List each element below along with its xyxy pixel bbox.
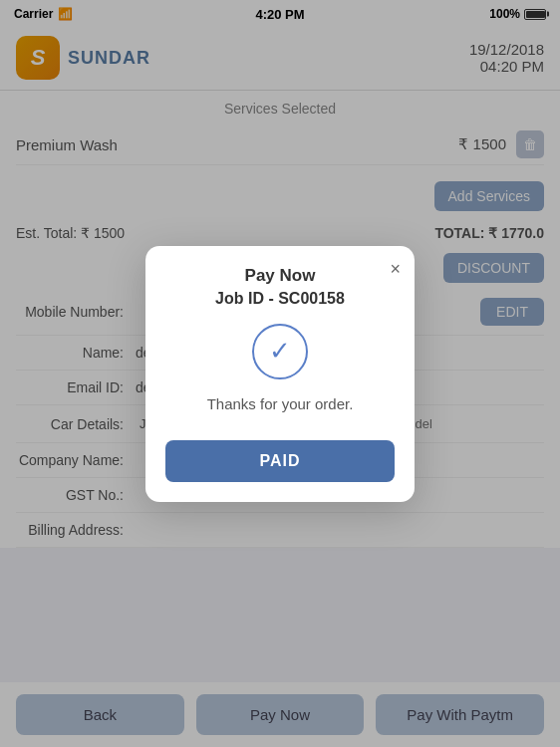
check-circle: ✓ bbox=[252, 324, 308, 379]
checkmark-icon: ✓ bbox=[269, 336, 291, 367]
modal-check-icon-container: ✓ bbox=[165, 324, 395, 379]
pay-now-modal: Pay Now × Job ID - SC00158 ✓ Thanks for … bbox=[145, 246, 415, 502]
modal-title: Pay Now bbox=[165, 266, 395, 286]
modal-job-id: Job ID - SC00158 bbox=[165, 290, 395, 308]
modal-message: Thanks for your order. bbox=[165, 395, 395, 412]
paid-button[interactable]: PAID bbox=[165, 440, 395, 482]
modal-overlay: Pay Now × Job ID - SC00158 ✓ Thanks for … bbox=[0, 0, 560, 747]
modal-close-button[interactable]: × bbox=[390, 260, 401, 278]
